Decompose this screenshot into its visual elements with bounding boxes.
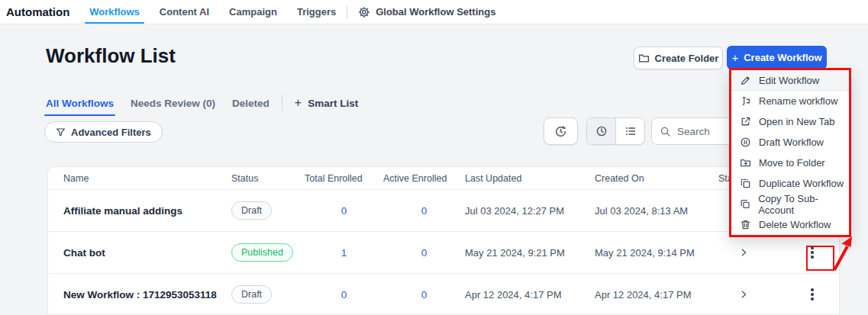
status-badge: Published: [231, 243, 293, 262]
total-enrolled-link[interactable]: 0: [305, 205, 383, 217]
total-enrolled-link[interactable]: 1: [305, 247, 383, 259]
col-header-created-on: Created On: [595, 173, 718, 184]
menu-item-open-in-new-tab[interactable]: Open in New Tab: [731, 111, 849, 132]
history-icon: [554, 125, 567, 138]
annotation-arrow: [829, 232, 863, 276]
tab-needs-review[interactable]: Needs Review (0): [131, 93, 215, 113]
last-updated: Jul 03 2024, 12:27 PM: [465, 205, 595, 217]
global-workflow-settings-link[interactable]: Global Workflow Settings: [358, 6, 495, 18]
create-folder-button[interactable]: Create Folder: [634, 47, 723, 69]
tabs-divider: [282, 95, 282, 111]
folder-icon: [638, 53, 650, 64]
menu-item-edit-workflow[interactable]: Edit Workflow: [731, 70, 849, 91]
active-enrolled-link[interactable]: 0: [383, 247, 465, 259]
workflow-name[interactable]: Affiliate manual addings: [48, 205, 231, 217]
stats-chevron-icon[interactable]: [738, 247, 749, 258]
advanced-filters-label: Advanced Filters: [71, 127, 151, 138]
smart-list-label: Smart List: [308, 98, 358, 109]
active-enrolled-link[interactable]: 0: [383, 289, 465, 301]
top-nav-tabs: Workflows Content AI Campaign Triggers: [89, 0, 336, 24]
last-updated: Apr 12 2024, 4:17 PM: [465, 289, 595, 301]
create-folder-label: Create Folder: [655, 53, 719, 64]
filter-funnel-icon: [56, 127, 66, 137]
folder-move-icon: [740, 157, 751, 169]
list-view-toggle[interactable]: [615, 118, 644, 144]
menu-item-move-to-folder[interactable]: Move to Folder: [731, 153, 849, 173]
view-toggle: [586, 117, 645, 145]
last-updated: May 21 2024, 9:21 PM: [465, 247, 595, 259]
pause-circle-icon: [740, 137, 751, 148]
plus-icon: +: [295, 96, 302, 110]
stats-chevron-icon[interactable]: [738, 289, 749, 300]
created-on: May 21 2024, 9:14 PM: [595, 247, 718, 259]
created-on: Apr 12 2024, 4:17 PM: [595, 289, 718, 301]
app-title: Automation: [6, 5, 69, 18]
recent-view-toggle[interactable]: [587, 118, 615, 144]
topnav-tab-triggers[interactable]: Triggers: [297, 0, 336, 24]
list-icon: [624, 125, 637, 137]
search-icon: [660, 126, 671, 137]
tab-deleted[interactable]: Deleted: [232, 93, 269, 113]
menu-item-copy-to-sub-account[interactable]: Copy To Sub-Account: [731, 194, 849, 214]
external-link-icon: [740, 116, 751, 127]
trash-icon: [740, 219, 751, 230]
col-header-active-enrolled: Active Enrolled: [383, 173, 465, 184]
gear-icon: [358, 6, 370, 18]
workflow-table: Name Status Total Enrolled Active Enroll…: [47, 166, 840, 315]
edit-icon: [740, 75, 751, 86]
table-header-row: Name Status Total Enrolled Active Enroll…: [48, 167, 839, 190]
topnav-divider: [347, 5, 347, 19]
enrollment-history-button[interactable]: [544, 117, 578, 145]
total-enrolled-link[interactable]: 0: [305, 289, 383, 301]
table-row: New Workflow : 1712953053118 Draft 0 0 A…: [48, 274, 839, 315]
workflow-name[interactable]: Chat bot: [48, 247, 231, 259]
created-on: Jul 03 2024, 8:13 AM: [595, 205, 718, 217]
topnav-tab-content-ai[interactable]: Content AI: [160, 0, 209, 24]
smart-list-button[interactable]: + Smart List: [295, 96, 358, 110]
row-actions-context-menu: Edit Workflow Rename workflow Open in Ne…: [729, 68, 851, 237]
status-badge: Draft: [231, 201, 272, 220]
menu-item-duplicate-workflow[interactable]: Duplicate Workflow: [731, 173, 849, 194]
topnav-tab-campaign[interactable]: Campaign: [229, 0, 277, 24]
clock-icon: [595, 125, 608, 137]
table-row: Affiliate manual addings Draft 0 0 Jul 0…: [48, 190, 839, 232]
copy-icon: [740, 198, 750, 210]
workflow-name[interactable]: New Workflow : 1712953053118: [48, 289, 231, 301]
create-workflow-label: Create Workflow: [744, 52, 821, 63]
rename-icon: [740, 95, 751, 107]
settings-label: Global Workflow Settings: [376, 6, 495, 18]
workflow-list-tabs: All Workflows Needs Review (0) Deleted +…: [46, 93, 358, 113]
top-nav-bar: Automation Workflows Content AI Campaign…: [0, 0, 868, 24]
col-header-last-updated: Last Updated: [465, 173, 595, 184]
plus-icon: +: [731, 51, 738, 64]
duplicate-icon: [740, 178, 751, 189]
page-title: Workflow List: [46, 44, 176, 68]
automation-workflows-page: Automation Workflows Content AI Campaign…: [0, 0, 868, 315]
menu-item-draft-workflow[interactable]: Draft Workflow: [731, 132, 849, 153]
col-header-total-enrolled: Total Enrolled: [305, 173, 383, 184]
col-header-status: Status: [231, 173, 305, 184]
topnav-tab-workflows[interactable]: Workflows: [89, 0, 140, 24]
advanced-filters-button[interactable]: Advanced Filters: [44, 121, 163, 143]
create-workflow-button[interactable]: + Create Workflow: [727, 46, 827, 69]
tab-all-workflows[interactable]: All Workflows: [46, 93, 114, 113]
active-enrolled-link[interactable]: 0: [383, 205, 465, 217]
menu-item-rename-workflow[interactable]: Rename workflow: [731, 91, 849, 111]
row-actions-menu-button[interactable]: [802, 284, 822, 304]
table-row: Chat bot Published 1 0 May 21 2024, 9:21…: [48, 232, 839, 274]
col-header-name: Name: [48, 173, 231, 184]
status-badge: Draft: [231, 285, 272, 304]
